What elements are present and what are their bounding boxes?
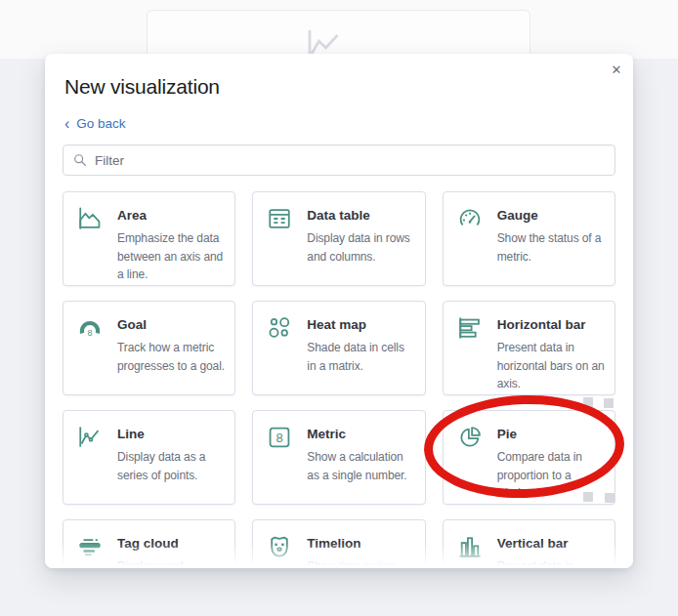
card-description: Emphasize the data between an axis and a… <box>117 229 225 284</box>
card-description: Show a calculation as a single number. <box>307 448 414 484</box>
vis-type-card-data-table[interactable]: Data tableDisplay data in rows and colum… <box>252 191 425 286</box>
card-title: Metric <box>307 427 414 441</box>
vis-type-card-timelion[interactable]: TimelionShow time series data on a graph… <box>252 519 425 568</box>
card-title: Goal <box>117 317 225 332</box>
area-chart-icon <box>77 206 103 231</box>
card-title: Data table <box>307 208 414 223</box>
card-title: Tag cloud <box>117 536 225 551</box>
vis-type-card-goal[interactable]: 8GoalTrack how a metric progresses to a … <box>63 301 235 395</box>
card-description: Shade data in cells in a matrix. <box>307 339 414 375</box>
card-description: Present data in vertical bars on an axis… <box>497 557 605 568</box>
vis-type-card-horizontal-bar[interactable]: Horizontal barPresent data in horizontal… <box>443 301 615 395</box>
card-title: Gauge <box>497 208 605 223</box>
gauge-icon <box>457 206 483 231</box>
card-description: Display data in rows and columns. <box>307 229 414 266</box>
vis-type-card-heat-map[interactable]: Heat mapShade data in cells in a matrix. <box>252 301 425 395</box>
card-title: Horizontal bar <box>497 317 605 332</box>
vis-type-card-pie[interactable]: PieCompare data in proportion to a whole… <box>443 410 615 505</box>
vis-type-grid: AreaEmphasize the data between an axis a… <box>63 191 615 568</box>
card-description: Compare data in proportion to a whole. <box>497 448 605 503</box>
filter-input[interactable] <box>95 153 605 168</box>
go-back-link[interactable]: ‹ Go back <box>64 116 126 131</box>
close-icon[interactable]: ✕ <box>605 59 628 82</box>
filter-search-box <box>63 144 615 176</box>
page-title: New visualization <box>64 75 220 99</box>
vis-type-card-vertical-bar[interactable]: Vertical barPresent data in vertical bar… <box>443 519 615 568</box>
card-title: Vertical bar <box>497 536 605 551</box>
card-title: Area <box>117 208 225 223</box>
card-title: Heat map <box>307 317 414 332</box>
vis-type-card-metric[interactable]: 8MetricShow a calculation as a single nu… <box>252 410 425 505</box>
card-title: Timelion <box>307 536 414 551</box>
timelion-icon <box>267 534 292 559</box>
card-title: Pie <box>497 427 605 441</box>
search-icon <box>73 153 87 167</box>
card-title: Line <box>117 427 225 441</box>
chevron-left-icon: ‹ <box>64 117 69 130</box>
data-table-icon <box>267 206 292 231</box>
new-visualization-modal: ✕ New visualization ‹ Go back AreaEmphas… <box>45 54 633 568</box>
vis-type-card-area[interactable]: AreaEmphasize the data between an axis a… <box>63 191 235 286</box>
svg-text:8: 8 <box>88 328 93 338</box>
card-description: Track how a metric progresses to a goal. <box>117 339 225 375</box>
line-chart-icon <box>77 425 103 450</box>
horizontal-bar-icon <box>457 315 483 341</box>
card-description: Display data as a series of points. <box>117 448 225 484</box>
pie-chart-icon <box>457 425 483 450</box>
svg-text:8: 8 <box>276 431 283 445</box>
vertical-bar-icon <box>457 534 483 559</box>
card-description: Show the status of a metric. <box>497 229 605 266</box>
vis-type-card-gauge[interactable]: GaugeShow the status of a metric. <box>443 191 615 286</box>
vis-type-card-line[interactable]: LineDisplay data as a series of points. <box>63 410 235 505</box>
heat-map-icon <box>267 315 292 341</box>
card-description: Show time series data on a graph. <box>307 557 414 568</box>
vis-type-card-tag-cloud[interactable]: Tag cloudDisplay word frequency with fon… <box>63 519 235 568</box>
card-description: Display word frequency with font size. <box>117 557 225 568</box>
tag-cloud-icon <box>77 534 103 559</box>
card-description: Present data in horizontal bars on an ax… <box>497 339 605 393</box>
go-back-label: Go back <box>76 116 125 131</box>
goal-icon: 8 <box>77 315 103 341</box>
metric-icon: 8 <box>267 425 292 450</box>
